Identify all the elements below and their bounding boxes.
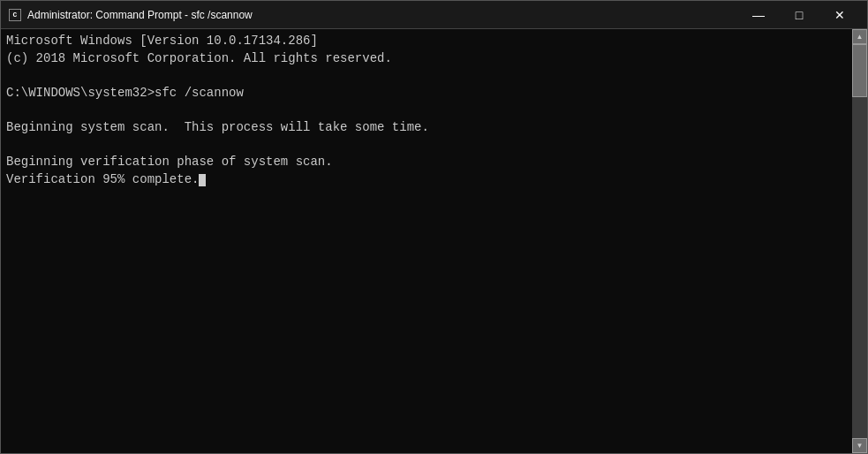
title-bar: C Administrator: Command Prompt - sfc /s… [1, 1, 867, 29]
window: C Administrator: Command Prompt - sfc /s… [0, 0, 868, 454]
cursor [199, 174, 206, 186]
title-bar-left: C Administrator: Command Prompt - sfc /s… [8, 8, 253, 22]
title-bar-controls: — □ ✕ [738, 1, 860, 29]
scrollbar-thumb-area[interactable] [852, 44, 867, 438]
close-button[interactable]: ✕ [819, 1, 860, 29]
console-area: Microsoft Windows [Version 10.0.17134.28… [1, 29, 867, 453]
scroll-down-button[interactable]: ▼ [852, 438, 867, 453]
scroll-up-button[interactable]: ▲ [852, 29, 867, 44]
cmd-app-icon: C [8, 8, 22, 22]
scrollbar[interactable]: ▲ ▼ [852, 29, 867, 453]
minimize-button[interactable]: — [738, 1, 779, 29]
window-title: Administrator: Command Prompt - sfc /sca… [27, 9, 253, 21]
maximize-button[interactable]: □ [779, 1, 819, 29]
cmd-icon-graphic: C [9, 9, 21, 21]
scrollbar-thumb[interactable] [852, 44, 867, 97]
console-output[interactable]: Microsoft Windows [Version 10.0.17134.28… [1, 29, 852, 453]
